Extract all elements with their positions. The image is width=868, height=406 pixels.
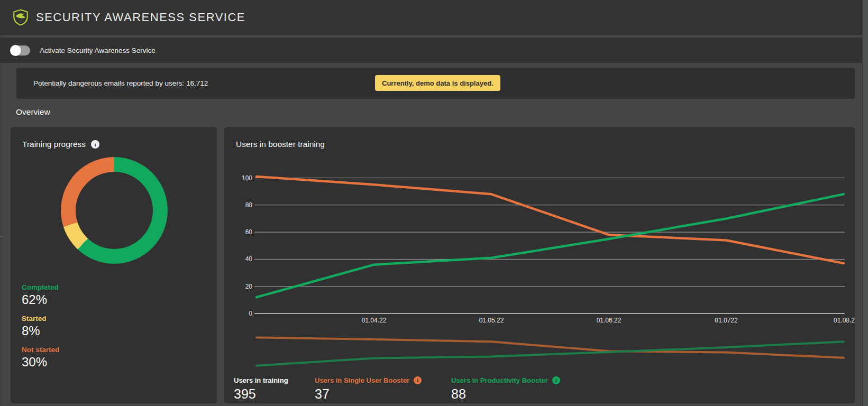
single-user-booster-info-icon[interactable]: i	[414, 376, 422, 384]
page-title: SECURITY AWARENESS SERVICE	[36, 11, 245, 24]
stat-single-user-booster: Users in Single User Booster i 37	[315, 376, 422, 402]
reported-emails-text: Potentially dangerous emails reported by…	[33, 79, 208, 87]
donut-hole	[76, 172, 153, 249]
legend-label-completed: Completed	[22, 283, 59, 292]
stat-productivity-booster: Users in Productivity Booster i 88	[451, 376, 560, 402]
productivity-booster-info-icon[interactable]: i	[552, 376, 560, 384]
toggle-knob	[10, 45, 21, 56]
stat-users-in-training: Users in training 395	[234, 376, 288, 402]
svg-text:40: 40	[245, 255, 253, 263]
stat-label-productivity-booster: Users in Productivity Booster	[451, 376, 548, 384]
scrollbar-track[interactable]	[862, 0, 868, 406]
training-progress-legend: Completed 62% Started 8% Not started 30%	[22, 283, 59, 376]
svg-text:01.08.2: 01.08.2	[834, 317, 855, 324]
legend-label-not-started: Not started	[22, 345, 59, 354]
svg-text:100: 100	[242, 174, 252, 182]
overview-section-title: Overview	[16, 107, 50, 117]
legend-label-started: Started	[22, 314, 59, 323]
activate-service-toggle[interactable]	[10, 45, 30, 56]
svg-text:01.05.22: 01.05.22	[479, 317, 504, 324]
training-progress-title: Training progress	[22, 140, 86, 149]
legend-value-started: 8%	[22, 323, 59, 338]
legend-value-not-started: 30%	[22, 354, 59, 370]
svg-text:01.04.22: 01.04.22	[362, 317, 387, 324]
reported-emails-bar: Potentially dangerous emails reported by…	[16, 68, 855, 99]
svg-text:01.06.22: 01.06.22	[597, 317, 622, 324]
training-progress-card: Training progress i Completed 62% Starte…	[11, 127, 217, 403]
legend-value-completed: 62%	[22, 292, 59, 307]
training-progress-info-icon[interactable]: i	[91, 140, 99, 149]
stat-value-single-user-booster: 37	[315, 386, 422, 402]
app-header: SECURITY AWARENESS SERVICE	[0, 0, 862, 35]
activation-bar: Activate Security Awareness Service	[0, 38, 862, 63]
booster-line-chart[interactable]: 02040608010001.04.2201.05.2201.06.2201.0…	[224, 159, 855, 375]
svg-text:01.0722: 01.0722	[715, 317, 738, 324]
svg-text:0: 0	[249, 310, 252, 317]
activate-service-label: Activate Security Awareness Service	[40, 47, 156, 54]
training-progress-donut-chart[interactable]	[61, 157, 168, 264]
legend-item-completed: Completed 62%	[22, 283, 59, 307]
collapsed-side-panel-edge[interactable]	[0, 35, 3, 406]
stat-value-productivity-booster: 88	[451, 386, 560, 402]
booster-training-title: Users in booster training	[236, 140, 325, 149]
svg-text:20: 20	[245, 283, 253, 290]
legend-item-not-started: Not started 30%	[22, 345, 59, 370]
booster-stats-row: Users in training 395 Users in Single Us…	[224, 376, 855, 403]
stat-label-users-in-training: Users in training	[234, 376, 288, 384]
shield-bird-logo-icon	[12, 8, 30, 26]
svg-text:80: 80	[245, 201, 253, 209]
svg-text:60: 60	[245, 228, 253, 236]
side-panel-divider	[0, 236, 3, 237]
demo-data-badge: Currently, demo data is displayed.	[375, 75, 500, 91]
stat-value-users-in-training: 395	[234, 386, 288, 402]
stat-label-single-user-booster: Users in Single User Booster	[315, 376, 409, 384]
booster-training-card: Users in booster training 02040608010001…	[224, 127, 855, 403]
legend-item-started: Started 8%	[22, 314, 59, 338]
